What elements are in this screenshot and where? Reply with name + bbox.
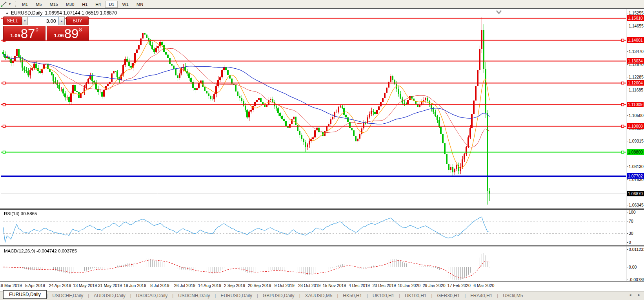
sell-price-button[interactable]: 1.06 87 0 bbox=[3, 26, 45, 41]
date-tick-label: 26 Jul 2019 bbox=[174, 283, 195, 288]
one-click-trade-panel: SELL ▼ ▲ BUY 1.06 87 0 1.06 89 8 bbox=[3, 16, 89, 41]
date-tick-label: 5 Apr 2019 bbox=[25, 283, 45, 288]
date-tick-label: 19 Jun 2019 bbox=[124, 283, 146, 288]
current-price-label: 1.06870 bbox=[627, 191, 644, 196]
tab-ger30-h1[interactable]: GER30,H1 bbox=[432, 292, 464, 300]
volume-input[interactable] bbox=[28, 16, 59, 25]
chart-tab-bar: EURUSD,Daily|USDCHF,Daily|AUDUSD,Daily|U… bbox=[0, 291, 644, 300]
tab-eurusd-daily[interactable]: EURUSD,Daily bbox=[216, 292, 257, 300]
panel-splitter-macd[interactable] bbox=[0, 245, 644, 247]
date-tick-label: 14 Aug 2019 bbox=[198, 283, 221, 288]
rsi-tick-label: 30 bbox=[627, 230, 633, 236]
price-tick-label: 1.13470 bbox=[627, 49, 644, 54]
rsi-tick-label: 100 bbox=[627, 209, 636, 215]
macd-tick-label: -0.007894 bbox=[627, 277, 644, 282]
dropdown-caret-icon[interactable]: ▼ bbox=[8, 2, 11, 6]
date-tick-label: 29 Jan 2020 bbox=[423, 283, 446, 288]
date-tick-label: 18 Mar 2019 bbox=[0, 283, 22, 288]
level-price-label: 1.07702 bbox=[627, 173, 644, 179]
timeframe-button-M1[interactable]: M1 bbox=[18, 1, 31, 8]
date-tick-label: 9 Oct 2019 bbox=[275, 283, 295, 288]
price-tick-label: 1.06345 bbox=[627, 202, 644, 208]
tab-uk100-h1[interactable]: UK100,H1 bbox=[400, 292, 431, 300]
chart-title: ▲ EURUSD,Daily 1.06994 1.07144 1.06519 1… bbox=[5, 10, 117, 16]
date-tick-label: 17 Feb 2020 bbox=[448, 283, 471, 288]
level-price-label: 1.10008 bbox=[627, 123, 644, 129]
time-axis[interactable]: 18 Mar 20195 Apr 201924 Apr 201913 May 2… bbox=[1, 282, 626, 291]
tab-audusd-daily[interactable]: AUDUSD,Daily bbox=[89, 292, 130, 300]
tab-usoil-m5[interactable]: USOil,M5 bbox=[498, 292, 528, 300]
date-tick-label: 24 Apr 2019 bbox=[49, 283, 71, 288]
tab-hk50-h1[interactable]: HK50,H1 bbox=[338, 292, 367, 300]
timeframe-button-MN[interactable]: MN bbox=[133, 1, 147, 8]
tab-scroll-right-icon[interactable]: ► bbox=[637, 293, 641, 297]
panel-splitter-rsi[interactable] bbox=[0, 208, 644, 210]
level-price-label: 1.13034 bbox=[627, 58, 644, 64]
sell-price-pip: 0 bbox=[35, 27, 38, 33]
date-tick-label: 23 Dec 2019 bbox=[373, 283, 396, 288]
level-price-label: 1.14001 bbox=[627, 37, 644, 43]
timeframe-button-D1[interactable]: D1 bbox=[105, 1, 118, 8]
price-tick-label: 1.11685 bbox=[627, 87, 643, 93]
rsi-indicator-label: RSI(14) 30.5865 bbox=[4, 211, 37, 216]
tab-usdcad-daily[interactable]: USDCAD,Daily bbox=[131, 292, 173, 300]
tab-scroll-left-icon[interactable]: ◄ bbox=[628, 293, 632, 297]
chart-ohlc-values: 1.06994 1.07144 1.06519 1.06870 bbox=[45, 10, 117, 16]
toolbar-grip[interactable] bbox=[15, 2, 16, 7]
buy-button[interactable]: BUY bbox=[66, 16, 89, 25]
timeframe-button-W1[interactable]: W1 bbox=[118, 1, 132, 8]
date-tick-label: 10 Jan 2020 bbox=[398, 283, 420, 288]
macd-tick-label: 0.011232 bbox=[627, 247, 644, 252]
price-axis[interactable]: 1.152551.146551.134701.128701.122851.116… bbox=[627, 0, 644, 300]
sell-button[interactable]: SELL bbox=[3, 16, 22, 25]
timeframe-button-M30[interactable]: M30 bbox=[62, 1, 78, 8]
price-tick-label: 1.12285 bbox=[627, 74, 644, 80]
price-tick-label: 1.15255 bbox=[627, 10, 644, 16]
rsi-tick-label: 0 bbox=[627, 240, 631, 245]
price-tick-label: 1.10500 bbox=[627, 113, 644, 118]
price-axis-border bbox=[626, 9, 626, 281]
level-price-label: 1.11009 bbox=[627, 102, 644, 107]
tab-fra40-h1[interactable]: FRA40,H1 bbox=[466, 292, 497, 300]
buy-price-button[interactable]: 1.06 89 8 bbox=[47, 26, 89, 41]
timeframe-button-M15[interactable]: M15 bbox=[46, 1, 61, 8]
macd-indicator-label: MACD(12,26,9) -0.004742 0.003785 bbox=[4, 249, 77, 253]
timeframe-buttons: M1M5M15M30H1H4D1W1MN bbox=[18, 0, 147, 8]
date-tick-label: 6 Mar 2020 bbox=[473, 283, 494, 288]
date-tick-label: 15 Nov 2019 bbox=[323, 283, 346, 288]
date-tick-label: 28 Oct 2019 bbox=[298, 283, 320, 288]
price-tick-label: 1.09315 bbox=[627, 138, 644, 144]
trendline-tool-icon bbox=[1, 2, 7, 7]
level-price-label: 1.15010 bbox=[627, 15, 644, 21]
sell-price-big: 87 bbox=[21, 28, 35, 40]
volume-increase-button[interactable]: ▲ bbox=[59, 16, 65, 25]
buy-price-prefix: 1.06 bbox=[54, 33, 64, 38]
level-price-label: 1.08800 bbox=[627, 149, 644, 155]
price-tick-label: 1.14655 bbox=[627, 23, 644, 29]
volume-decrease-button[interactable]: ▼ bbox=[22, 16, 28, 25]
one-click-panel-toggle-icon[interactable]: ▲ bbox=[5, 11, 9, 15]
tab-xauusd-m5[interactable]: XAUUSD,M5 bbox=[300, 292, 337, 300]
timeframe-button-H4[interactable]: H4 bbox=[92, 1, 104, 8]
rsi-tick-label: 70 bbox=[627, 218, 633, 224]
date-tick-label: 2 Sep 2019 bbox=[224, 283, 245, 288]
tab-gbpusd-daily[interactable]: GBPUSD,Daily bbox=[258, 292, 299, 300]
timeframe-button-H1[interactable]: H1 bbox=[78, 1, 91, 8]
tab-uk100-h1[interactable]: UK100,H1 bbox=[368, 292, 399, 300]
rsi-panel-canvas[interactable] bbox=[1, 210, 626, 245]
draw-tool-button[interactable]: ▼ bbox=[0, 0, 13, 8]
main-chart-canvas[interactable] bbox=[1, 9, 626, 208]
date-tick-label: 13 May 2019 bbox=[73, 283, 97, 288]
tab-eurusd-daily[interactable]: EURUSD,Daily bbox=[3, 290, 47, 299]
tab-usdchf-daily[interactable]: USDCHF,Daily bbox=[48, 292, 88, 300]
toolbar: ▼ M1M5M15M30H1H4D1W1MN bbox=[0, 0, 644, 8]
date-tick-label: 31 May 2019 bbox=[98, 283, 122, 288]
date-tick-label: 20 Sep 2019 bbox=[248, 283, 271, 288]
buy-price-pip: 8 bbox=[79, 27, 82, 33]
level-price-label: 1.12004 bbox=[627, 80, 644, 86]
timeframe-button-M5[interactable]: M5 bbox=[32, 1, 45, 8]
macd-panel-canvas[interactable] bbox=[1, 247, 626, 281]
tab-usdcnh-daily[interactable]: USDCNH,Daily bbox=[173, 292, 215, 300]
chart-tabs: EURUSD,Daily|USDCHF,Daily|AUDUSD,Daily|U… bbox=[0, 292, 528, 300]
date-tick-label: 8 Jul 2019 bbox=[150, 283, 169, 288]
